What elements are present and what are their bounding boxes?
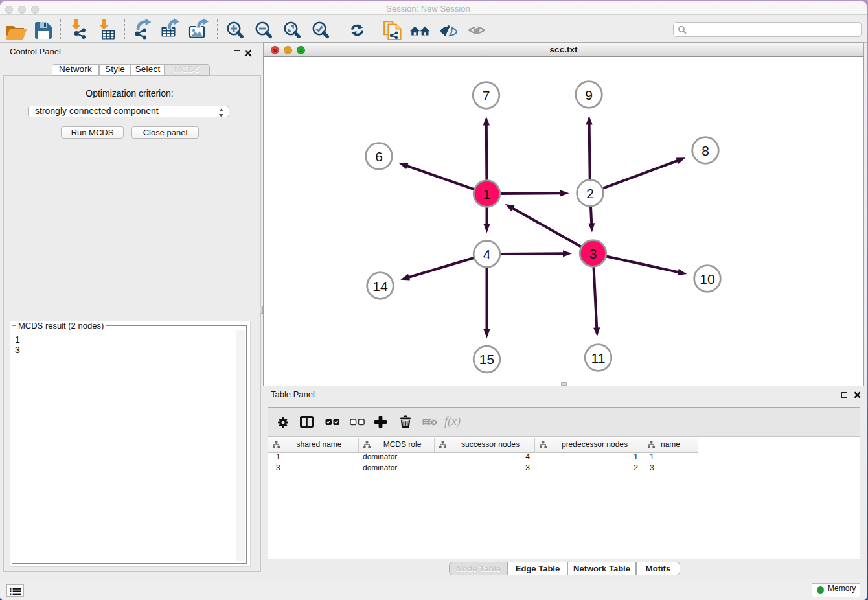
svg-text:15: 15 (479, 352, 494, 367)
svg-text:8: 8 (702, 143, 709, 158)
svg-text:9: 9 (585, 87, 593, 102)
svg-text:1: 1 (483, 187, 491, 202)
svg-text:14: 14 (372, 279, 388, 294)
svg-text:3: 3 (589, 246, 597, 261)
svg-text:2: 2 (586, 186, 594, 201)
svg-text:4: 4 (483, 247, 491, 262)
svg-text:11: 11 (591, 351, 606, 365)
svg-text:10: 10 (700, 271, 714, 286)
svg-text:6: 6 (375, 149, 383, 164)
svg-text:7: 7 (483, 88, 490, 103)
